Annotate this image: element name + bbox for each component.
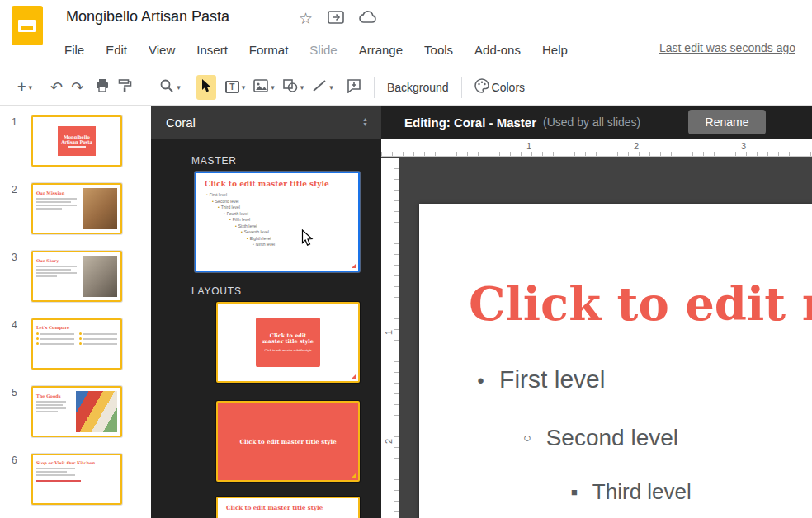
master-level-9: •Ninth level (253, 242, 358, 248)
bullet-icon: • (218, 205, 220, 211)
slide-number: 1 (12, 116, 17, 128)
insert-comment-button[interactable] (342, 75, 366, 100)
last-edit-link[interactable]: Last edit was seconds ago (659, 41, 795, 54)
slide-thumbnail-2[interactable]: Our Mission (31, 183, 122, 234)
layout-thumbnail-1[interactable]: Click to edit master title style Click t… (216, 302, 360, 383)
chevron-down-icon: ▾ (29, 83, 33, 92)
new-slide-button[interactable]: + ▾ (13, 75, 36, 100)
menu-tools[interactable]: Tools (424, 43, 453, 57)
menu-help[interactable]: Help (542, 43, 568, 57)
slide-thumbnail-5[interactable]: The Goods (31, 386, 122, 437)
text-line-bar (36, 401, 66, 403)
bullet-label: Second level (546, 425, 678, 451)
palette-icon (474, 78, 489, 96)
insert-line-button[interactable]: ▾ (308, 75, 338, 100)
thumb-layout: Our Mission (36, 188, 117, 229)
vertical-ruler: 1 2 (381, 158, 399, 518)
image-icon (253, 79, 268, 95)
plus-icon: + (17, 78, 26, 96)
insert-shape-button[interactable]: ▾ (279, 75, 309, 100)
toolbar-divider (374, 77, 375, 98)
menu-edit[interactable]: Edit (106, 43, 127, 57)
slide-canvas[interactable]: Click to edit master title style ● First… (399, 158, 812, 518)
bullet-label: Third level (592, 479, 692, 505)
content-area: 1 Mongibello Artisan Pasta 2 Our Mission (0, 106, 812, 518)
slide-thumbnail-1[interactable]: Mongibello Artisan Pasta (31, 115, 122, 167)
toolbar: + ▾ ↶ ↷ ▾ T ▾ ▾ ▾ ▾ (0, 69, 812, 106)
layout-thumbnail-2[interactable]: Click to edit master title style (216, 401, 360, 482)
master-level-8: •Eighth level (247, 236, 358, 243)
bullet-first-level[interactable]: ● First level (477, 365, 605, 393)
editor-body: 1 2 Click to edit master title style ● F… (381, 158, 812, 518)
ruler-number: 2 (634, 141, 639, 151)
text-line-bar (36, 208, 62, 210)
menu-format[interactable]: Format (249, 43, 289, 57)
thumb-photo (83, 188, 117, 229)
slide-thumbnail-4[interactable]: Let's Compare (31, 318, 122, 370)
slide-thumbnail-6[interactable]: Stop or Visit Our Kitchen (31, 454, 122, 505)
background-button[interactable]: Background (383, 75, 453, 100)
menu-insert[interactable]: Insert (196, 43, 228, 57)
insert-image-button[interactable]: ▾ (249, 75, 279, 100)
theme-header[interactable]: Coral ▲ ▼ (151, 106, 381, 139)
thumb-title: Our Story (36, 258, 80, 263)
layout-title-block: Click to edit master title style Click t… (256, 318, 320, 367)
ruler-number: 1 (384, 327, 394, 338)
bullet-dot (79, 342, 82, 345)
bullet-third-level[interactable]: ■ Third level (571, 479, 692, 505)
text-box-button[interactable]: T ▾ (221, 75, 250, 100)
sort-down-icon: ▼ (362, 122, 368, 127)
layout-thumbnail-3[interactable]: Click to edit master title style (216, 497, 360, 518)
red-text-line-bar (36, 480, 81, 482)
layout-title: Click to edit master title style (259, 333, 317, 346)
select-tool-button[interactable] (196, 75, 216, 100)
slide-number: 3 (12, 252, 17, 263)
bullet-dot (36, 342, 39, 345)
print-button[interactable] (91, 75, 114, 100)
theme-colors-button[interactable]: Colors (470, 75, 529, 100)
text-line-bar (36, 275, 57, 277)
redo-button[interactable]: ↷ (67, 75, 87, 100)
menu-addons[interactable]: Add-ons (474, 43, 521, 57)
menu-view[interactable]: View (149, 43, 175, 57)
master-thumbnail[interactable]: Click to edit master title style •First … (195, 172, 360, 272)
paint-format-button[interactable] (114, 75, 137, 100)
text-line-bar (36, 407, 66, 409)
master-level-7: •Seventh level (241, 229, 358, 236)
theme-reorder-icon[interactable]: ▲ ▼ (362, 117, 368, 127)
chevron-down-icon: ▾ (329, 83, 333, 92)
thumb-column (79, 332, 117, 347)
bullet-icon: • (247, 236, 248, 243)
master-slide[interactable]: Click to edit master title style ● First… (419, 204, 812, 518)
film-item-3: 3 Our Story (0, 251, 151, 304)
star-icon[interactable]: ☆ (299, 11, 313, 27)
horizontal-ruler: 1 2 3 (381, 139, 812, 157)
bullet-dot (79, 332, 82, 335)
menu-arrange[interactable]: Arrange (359, 43, 403, 57)
undo-button[interactable]: ↶ (46, 75, 67, 100)
move-folder-icon[interactable] (328, 11, 344, 27)
editing-header: Editing: Coral - Master (Used by all sli… (381, 106, 812, 139)
slide-number: 5 (12, 387, 17, 398)
thumb-column (36, 332, 74, 347)
slide-thumbnail-3[interactable]: Our Story (31, 251, 122, 302)
text-line-bar (68, 146, 86, 148)
document-title[interactable]: Mongibello Artisan Pasta (66, 8, 229, 26)
bullet-line (36, 342, 74, 345)
thumb-text: The Goods (36, 391, 73, 432)
bullet-second-level[interactable]: ○ Second level (523, 425, 678, 451)
thumb-text: Our Mission (36, 188, 80, 229)
cloud-status-icon[interactable] (359, 11, 377, 27)
master-title-placeholder[interactable]: Click to edit master title style (469, 276, 812, 331)
thumb-title: Mongibello Artisan Pasta (59, 134, 94, 144)
thumb-layout: The Goods (36, 391, 117, 432)
rename-button[interactable]: Rename (688, 110, 766, 134)
slides-logo-icon[interactable] (12, 6, 43, 45)
text-line-bar (36, 411, 58, 412)
bullet-dot (36, 337, 39, 340)
menu-file[interactable]: File (64, 43, 84, 57)
zoom-tool-button[interactable]: ▾ (155, 75, 185, 100)
master-level-3: •Third level (218, 205, 358, 211)
cursor-arrow-icon (201, 78, 212, 96)
master-section-label: MASTER (191, 155, 237, 167)
